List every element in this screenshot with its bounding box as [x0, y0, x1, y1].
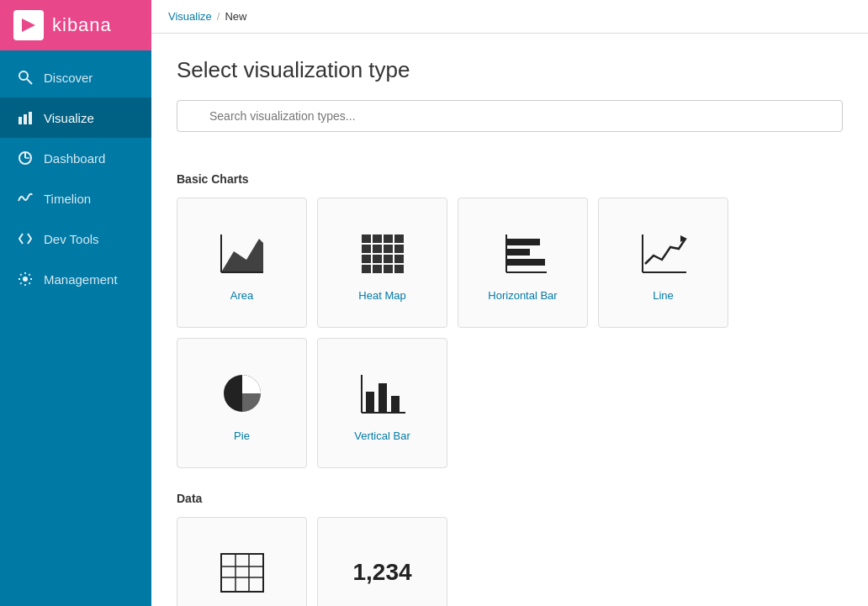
metric-icon: 1,234 — [353, 543, 412, 602]
svg-rect-23 — [362, 255, 371, 263]
svg-rect-44 — [391, 396, 400, 412]
management-label: Management — [44, 272, 118, 287]
main-content: Visualize / New Select visualization typ… — [151, 0, 868, 606]
management-icon — [17, 271, 34, 287]
svg-rect-18 — [394, 234, 404, 243]
svg-rect-3 — [19, 117, 22, 124]
breadcrumb-parent[interactable]: Visualize — [168, 10, 212, 23]
sidebar-item-management[interactable]: Management — [0, 259, 151, 299]
viz-card-data-table[interactable]: Data Table — [177, 517, 307, 606]
data-section: Data — [177, 492, 843, 606]
viz-card-horizontal-bar[interactable]: Horizontal Bar — [458, 198, 588, 328]
timelion-icon — [17, 190, 34, 207]
visualize-icon — [17, 109, 34, 126]
viz-card-vertical-bar[interactable]: Vertical Bar — [317, 338, 447, 468]
svg-rect-25 — [384, 255, 393, 263]
sidebar-item-discover[interactable]: Discover — [0, 57, 151, 97]
search-input[interactable] — [177, 100, 843, 132]
timelion-label: Timelion — [44, 192, 91, 206]
vertical-bar-icon — [353, 364, 412, 423]
svg-rect-22 — [394, 245, 404, 253]
svg-rect-42 — [366, 392, 374, 412]
sidebar-item-dashboard[interactable]: Dashboard — [0, 138, 151, 178]
page-title: Select visualization type — [177, 57, 843, 83]
area-label: Area — [230, 289, 253, 302]
data-grid: Data Table 1,234 Metric — [177, 517, 843, 606]
svg-rect-29 — [384, 265, 393, 273]
viz-card-metric[interactable]: 1,234 Metric — [317, 517, 447, 606]
area-icon — [213, 224, 272, 282]
horizontal-bar-label: Horizontal Bar — [488, 289, 557, 302]
svg-rect-5 — [29, 112, 32, 124]
app-name: kibana — [52, 14, 112, 36]
basic-charts-section: Basic Charts Area — [177, 172, 843, 468]
data-section-title: Data — [177, 492, 843, 505]
basic-charts-title: Basic Charts — [177, 172, 843, 186]
breadcrumb-current: New — [225, 10, 246, 23]
dashboard-icon — [17, 150, 34, 166]
devtools-icon — [17, 230, 34, 247]
svg-rect-33 — [506, 239, 540, 245]
svg-rect-35 — [506, 259, 545, 266]
svg-rect-43 — [378, 383, 387, 412]
viz-card-line[interactable]: Line — [598, 198, 728, 328]
viz-card-pie[interactable]: Pie — [177, 338, 307, 468]
sidebar-item-devtools[interactable]: Dev Tools — [0, 219, 151, 259]
svg-marker-0 — [22, 18, 35, 32]
breadcrumb: Visualize / New — [151, 0, 868, 34]
discover-icon — [17, 69, 34, 86]
svg-rect-17 — [384, 234, 393, 243]
line-icon — [634, 224, 693, 282]
svg-rect-27 — [362, 265, 371, 273]
kibana-icon — [13, 10, 44, 40]
discover-label: Discover — [44, 71, 93, 85]
svg-point-1 — [19, 71, 28, 80]
heat-map-icon — [353, 224, 412, 282]
devtools-label: Dev Tools — [44, 232, 99, 246]
svg-rect-24 — [373, 255, 382, 263]
svg-point-9 — [23, 277, 28, 282]
svg-rect-26 — [394, 255, 404, 263]
sidebar: kibana Discover Visualize — [0, 0, 151, 606]
svg-rect-21 — [384, 245, 393, 253]
viz-card-area[interactable]: Area — [177, 198, 307, 328]
app-logo: kibana — [0, 0, 151, 50]
pie-icon — [213, 364, 272, 423]
svg-rect-19 — [362, 245, 371, 253]
svg-line-2 — [27, 79, 32, 84]
sidebar-navigation: Discover Visualize Dashboard — [0, 50, 151, 299]
visualize-label: Visualize — [44, 111, 94, 125]
svg-rect-28 — [373, 265, 382, 273]
search-wrapper — [177, 100, 843, 152]
svg-rect-4 — [24, 114, 27, 124]
dashboard-label: Dashboard — [44, 151, 105, 166]
svg-marker-12 — [221, 239, 263, 272]
svg-rect-45 — [221, 554, 263, 592]
heat-map-label: Heat Map — [358, 289, 405, 302]
content-area: Select visualization type Basic Charts — [151, 34, 868, 606]
line-label: Line — [653, 289, 674, 302]
svg-rect-30 — [394, 265, 404, 273]
sidebar-item-visualize[interactable]: Visualize — [0, 97, 151, 138]
vertical-bar-label: Vertical Bar — [354, 429, 410, 442]
breadcrumb-separator: / — [217, 10, 220, 23]
viz-card-heat-map[interactable]: Heat Map — [317, 198, 447, 328]
pie-label: Pie — [234, 429, 250, 442]
svg-rect-34 — [506, 249, 530, 256]
svg-rect-16 — [373, 234, 382, 243]
svg-rect-20 — [373, 245, 382, 253]
horizontal-bar-icon — [494, 224, 553, 282]
data-table-icon — [213, 543, 272, 602]
basic-charts-grid: Area — [177, 198, 843, 468]
svg-rect-15 — [362, 234, 371, 243]
sidebar-item-timelion[interactable]: Timelion — [0, 178, 151, 219]
